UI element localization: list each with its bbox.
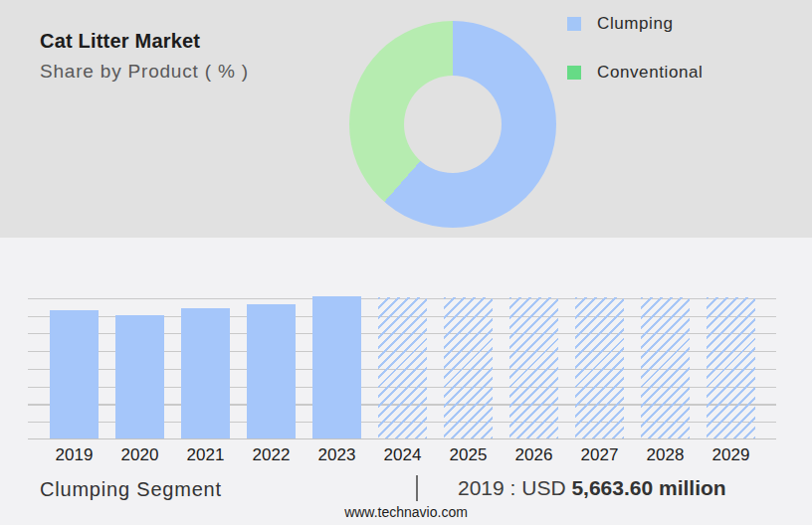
infographic-canvas: Cat Litter Market Share by Product ( % )… bbox=[0, 0, 812, 525]
value-amount: 5,663.60 million bbox=[571, 476, 725, 499]
page-title: Cat Litter Market bbox=[40, 30, 200, 53]
bar-2022 bbox=[247, 304, 296, 438]
year-label-2020: 2020 bbox=[107, 445, 173, 465]
forecast-bar-2027 bbox=[575, 297, 624, 438]
year-label-2022: 2022 bbox=[239, 445, 304, 465]
website-url: www.technavio.com bbox=[0, 504, 812, 520]
year-label-2025: 2025 bbox=[436, 445, 502, 465]
year-label-2019: 2019 bbox=[42, 445, 107, 465]
forecast-bar-2025 bbox=[444, 297, 493, 438]
bar-2019 bbox=[50, 310, 99, 438]
legend-item-conventional: Conventional bbox=[567, 65, 703, 80]
bar-section: 2019202020212022202320242025202620272028… bbox=[0, 238, 812, 525]
legend-label-clumping: Clumping bbox=[597, 14, 674, 34]
x-axis-labels: 2019202020212022202320242025202620272028… bbox=[28, 445, 776, 465]
forecast-bar-2024 bbox=[378, 297, 427, 438]
year-label-2029: 2029 bbox=[699, 445, 764, 465]
donut-chart bbox=[349, 21, 556, 228]
year-label-2027: 2027 bbox=[567, 445, 633, 465]
year-label-2026: 2026 bbox=[502, 445, 567, 465]
bar-chart-plot bbox=[28, 298, 776, 439]
year-label-2024: 2024 bbox=[370, 445, 436, 465]
year-label-2021: 2021 bbox=[173, 445, 239, 465]
legend-label-conventional: Conventional bbox=[597, 63, 703, 83]
year-label-2023: 2023 bbox=[304, 445, 370, 465]
year-label-2028: 2028 bbox=[633, 445, 699, 465]
market-value: 2019 : USD 5,663.60 million bbox=[458, 476, 726, 500]
top-section: Cat Litter Market Share by Product ( % )… bbox=[0, 0, 812, 238]
forecast-bar-2028 bbox=[641, 297, 690, 438]
conventional-swatch-icon bbox=[567, 66, 581, 80]
page-subtitle: Share by Product ( % ) bbox=[40, 61, 249, 83]
legend: Clumping Conventional bbox=[567, 16, 703, 113]
value-prefix: 2019 : USD bbox=[458, 476, 571, 499]
bar-2021 bbox=[181, 308, 230, 438]
bar-2020 bbox=[115, 315, 164, 438]
legend-item-clumping: Clumping bbox=[567, 16, 703, 31]
segment-label: Clumping Segment bbox=[40, 478, 222, 501]
forecast-bar-2029 bbox=[707, 297, 755, 438]
clumping-swatch-icon bbox=[567, 17, 581, 31]
bar-2023 bbox=[312, 296, 361, 438]
forecast-bar-2026 bbox=[509, 297, 558, 438]
separator-bar bbox=[416, 475, 418, 501]
